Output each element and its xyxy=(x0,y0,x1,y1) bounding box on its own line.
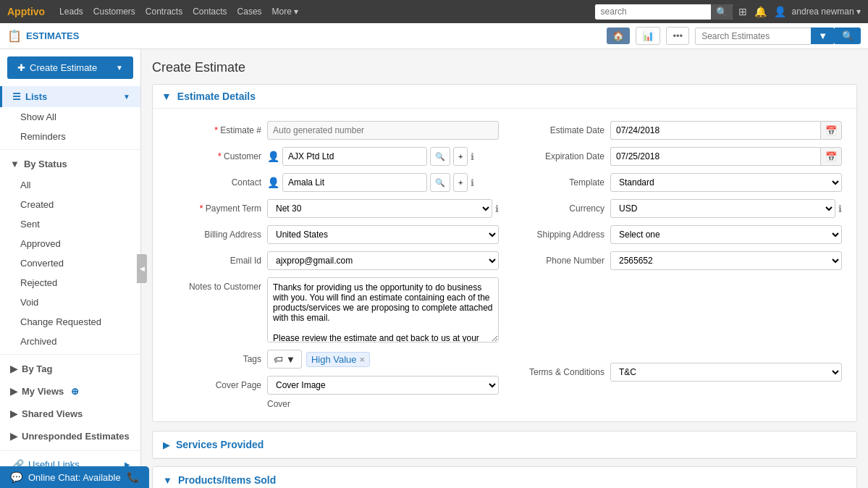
nav-contracts[interactable]: Contracts xyxy=(146,7,182,17)
high-value-tag: High Value × xyxy=(306,352,370,367)
sidebar-status-rejected[interactable]: Rejected xyxy=(0,273,140,293)
estimate-date-calendar-button[interactable]: 📅 xyxy=(820,121,842,140)
top-icons: ⊞ 🔔 👤 xyxy=(738,6,786,17)
billing-address-select[interactable]: United States xyxy=(267,225,499,244)
currency-select[interactable]: USD xyxy=(610,199,835,218)
sidebar-status-converted[interactable]: Converted xyxy=(0,253,140,273)
estimate-details-section: ▼ Estimate Details Estimate # C xyxy=(152,84,857,422)
customer-info-icon[interactable]: ℹ xyxy=(471,151,474,162)
sidebar-reminders[interactable]: Reminders xyxy=(0,127,140,146)
estimate-date-input[interactable] xyxy=(610,121,820,140)
sidebar-unresponded[interactable]: ▶ Unresponded Estimates xyxy=(0,425,140,447)
sidebar-by-status[interactable]: ▼ By Status xyxy=(0,153,140,175)
notes-textarea[interactable]: Thanks for providing us the opportunity … xyxy=(267,277,499,342)
services-header[interactable]: ▶ Services Provided xyxy=(153,432,856,458)
estimate-details-header[interactable]: ▼ Estimate Details xyxy=(153,85,856,109)
sidebar-by-tag[interactable]: ▶ By Tag xyxy=(0,358,140,380)
nav-customers[interactable]: Customers xyxy=(93,7,135,17)
tag-remove-button[interactable]: × xyxy=(360,354,366,365)
search-estimates-dropdown[interactable]: ▼ xyxy=(811,28,835,44)
sidebar-status-all[interactable]: All xyxy=(0,175,140,195)
contact-search-button[interactable]: 🔍 xyxy=(430,173,450,192)
sidebar-status-archived[interactable]: Archived xyxy=(0,332,140,351)
nav-contacts[interactable]: Contacts xyxy=(193,7,227,17)
global-search-button[interactable]: 🔍 xyxy=(711,4,733,20)
expiration-date-input-group: 📅 xyxy=(610,147,842,166)
nav-cases[interactable]: Cases xyxy=(237,7,262,17)
payment-term-value: Net 30 ℹ xyxy=(267,199,499,218)
products-toggle-icon: ▼ xyxy=(163,475,172,486)
search-estimates-input[interactable] xyxy=(695,28,811,45)
sidebar-status-approved[interactable]: Approved xyxy=(0,234,140,253)
nav-leads[interactable]: Leads xyxy=(59,7,83,17)
top-navigation: Apptivo Leads Customers Contracts Contac… xyxy=(0,0,868,23)
form-right-col: Estimate Date 📅 Expiration Date xyxy=(505,117,848,413)
tag-dropdown-arrow: ▼ xyxy=(286,354,295,365)
terms-select[interactable]: T&C xyxy=(610,363,842,382)
details-section-title: Estimate Details xyxy=(177,91,256,102)
tags-row: Tags 🏷 ▼ High Value × xyxy=(161,346,505,372)
more-options-button[interactable]: ••• xyxy=(666,27,689,45)
unresponded-label: Unresponded Estimates xyxy=(22,431,130,442)
currency-value: USD ℹ xyxy=(610,199,842,218)
customer-row: Customer 👤 🔍 + ℹ xyxy=(161,143,505,169)
billing-address-label: Billing Address xyxy=(167,225,261,240)
expiration-date-input[interactable] xyxy=(610,147,820,166)
contact-input[interactable] xyxy=(282,173,427,192)
payment-term-info-icon[interactable]: ℹ xyxy=(495,203,499,214)
shipping-address-label: Shipping Address xyxy=(510,225,604,240)
sidebar-collapse-button[interactable]: ◀ xyxy=(137,254,147,283)
global-search-input[interactable] xyxy=(595,4,711,19)
customer-search-button[interactable]: 🔍 xyxy=(430,147,450,166)
home-button[interactable]: 🏠 xyxy=(607,28,630,44)
sidebar-show-all[interactable]: Show All xyxy=(0,107,140,127)
sidebar-shared-views[interactable]: ▶ Shared Views xyxy=(0,403,140,425)
grid-icon[interactable]: ⊞ xyxy=(738,6,747,17)
customer-add-button[interactable]: + xyxy=(453,147,468,166)
products-header[interactable]: ▼ Products/Items Sold xyxy=(153,467,856,488)
collapse-icon: ◀ xyxy=(140,265,145,272)
customer-input[interactable] xyxy=(282,147,427,166)
sidebar-item-lists[interactable]: ☰ Lists ▼ xyxy=(0,86,140,107)
details-form-grid: Estimate # Customer 👤 🔍 + xyxy=(161,117,848,413)
cover-page-select[interactable]: Cover Image xyxy=(267,376,499,395)
payment-term-row: Payment Term Net 30 ℹ xyxy=(161,195,505,222)
shipping-address-row: Shipping Address Select one xyxy=(505,222,848,248)
user-menu[interactable]: andrea newman ▾ xyxy=(792,7,861,17)
contact-info-icon[interactable]: ℹ xyxy=(471,177,474,188)
nav-more[interactable]: More ▾ xyxy=(272,7,299,17)
currency-info-icon[interactable]: ℹ xyxy=(838,203,842,214)
bell-icon[interactable]: 🔔 xyxy=(754,6,767,17)
sidebar-my-views[interactable]: ▶ My Views ⊕ xyxy=(0,380,140,403)
main-layout: ✚ Create Estimate ▼ ☰ Lists ▼ Show All R… xyxy=(0,49,868,488)
phone-icon: 📞 xyxy=(127,471,139,483)
online-chat-bar[interactable]: 💬 Online Chat: Available 📞 xyxy=(0,466,149,488)
phone-number-select[interactable]: 2565652 xyxy=(610,251,842,270)
sidebar-status-created[interactable]: Created xyxy=(0,195,140,214)
expiration-date-calendar-button[interactable]: 📅 xyxy=(820,147,842,166)
my-views-add[interactable]: ⊕ xyxy=(71,386,79,397)
contact-add-button[interactable]: + xyxy=(453,173,468,192)
estimate-number-input[interactable] xyxy=(267,121,499,140)
sidebar-divider-1 xyxy=(0,149,140,150)
email-id-select[interactable]: ajxprop@gmail.com xyxy=(267,251,499,270)
sidebar-status-sent[interactable]: Sent xyxy=(0,214,140,234)
tag-label: High Value xyxy=(311,354,357,365)
currency-label: Currency xyxy=(510,199,604,214)
page-title: Create Estimate xyxy=(152,60,857,75)
template-select[interactable]: Standard xyxy=(610,173,842,192)
shipping-address-select[interactable]: Select one xyxy=(610,225,842,244)
tag-dropdown[interactable]: 🏷 ▼ xyxy=(267,350,302,369)
sidebar-status-change-requested[interactable]: Change Requested xyxy=(0,312,140,332)
search-estimates-button[interactable]: 🔍 xyxy=(835,28,861,44)
payment-term-select[interactable]: Net 30 xyxy=(267,199,492,218)
module-icon: 📋 xyxy=(7,29,22,43)
template-value: Standard xyxy=(610,173,842,192)
chart-button[interactable]: 📊 xyxy=(636,27,660,45)
global-search-box: 🔍 xyxy=(595,4,733,20)
create-estimate-button[interactable]: ✚ Create Estimate ▼ xyxy=(7,56,133,79)
chat-icon: 💬 xyxy=(10,471,22,483)
sidebar-status-void[interactable]: Void xyxy=(0,293,140,312)
contact-value: 👤 🔍 + ℹ xyxy=(267,173,499,192)
person-icon[interactable]: 👤 xyxy=(774,6,786,17)
